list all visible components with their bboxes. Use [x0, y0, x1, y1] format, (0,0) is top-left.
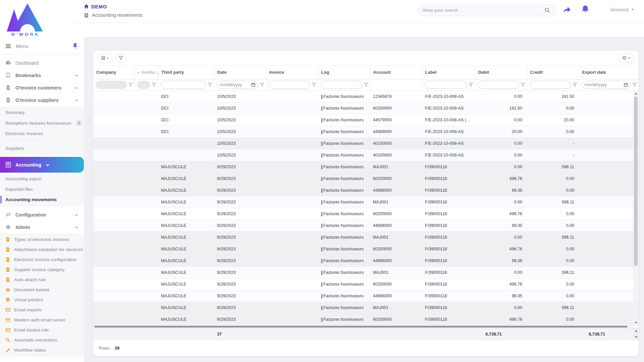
sidebar-item-bookmarks[interactable]: Bookmarks — [0, 69, 84, 81]
table-row[interactable]: MAJUSCULE 9/29/2023 []Factures fournisse… — [93, 231, 639, 243]
filter-log-input[interactable] — [321, 81, 362, 89]
column-chooser-button[interactable]: ▾ — [98, 53, 112, 63]
sidebar-item-workflow-status[interactable]: Workflow status — [0, 345, 84, 355]
filter-institution-input[interactable] — [137, 81, 150, 89]
sidebar-item-summary[interactable]: Summary — [0, 107, 84, 118]
calendar-icon[interactable] — [251, 83, 255, 87]
sidebar-item-dashboard[interactable]: Dashboard — [0, 57, 84, 69]
app-title-row[interactable]: DEMO — [84, 4, 143, 9]
table-row[interactable]: MAJUSCULE 9/29/2023 []Factures fournisse… — [93, 196, 639, 208]
table-row[interactable]: OCI 10/5/2023 []Factures fournisseurs 12… — [93, 90, 639, 102]
filter-date-input[interactable]: mm/dd/yyyy — [217, 81, 258, 89]
funnel-icon[interactable] — [521, 83, 525, 87]
table-row[interactable]: MAJUSCULE 9/29/2023 []Factures fournisse… — [93, 278, 639, 290]
share-icon[interactable] — [562, 5, 572, 15]
sidebar-item-accounting[interactable]: Accounting — [0, 157, 84, 173]
column-header-invoice[interactable]: Invoice — [266, 66, 318, 79]
notifications-bell-icon[interactable] — [581, 4, 591, 14]
sidebar-item-modern-auth-email-server[interactable]: Modern auth email server — [0, 315, 84, 325]
scroll-up-button[interactable] — [633, 91, 638, 96]
column-header-debit[interactable]: Debit — [475, 66, 527, 79]
table-row[interactable]: MAJUSCULE 9/29/2023 []Factures fournisse… — [93, 208, 639, 220]
sidebar-item-electronic-invoices[interactable]: Electronic Invoices — [0, 128, 84, 139]
column-header-log[interactable]: Log — [318, 66, 370, 79]
filter-export-date-input[interactable]: mm/dd/yyyy — [582, 81, 631, 89]
filter-invoice-input[interactable] — [269, 81, 310, 89]
sidebar-item-email-basket-rule[interactable]: Email basket rule — [0, 325, 84, 335]
table-row[interactable]: MAJUSCULE 9/29/2023 []Factures fournisse… — [93, 161, 639, 173]
sidebar-item-receptions[interactable]: Réceptions factures fournisseurs 0 — [0, 118, 84, 128]
footer-scroll-down-button[interactable] — [634, 335, 639, 340]
funnel-icon[interactable] — [208, 83, 212, 87]
funnel-icon[interactable] — [260, 83, 264, 87]
table-row[interactable]: MAJUSCULE 9/29/2023 []Factures fournisse… — [93, 290, 639, 302]
sidebar-item-suppliers[interactable]: Suppliers — [0, 143, 84, 154]
funnel-icon[interactable] — [633, 83, 637, 87]
column-header-account[interactable]: Account — [370, 66, 422, 79]
sidebar-item-types-electronic-invoices[interactable]: Types of electronic invoices — [0, 234, 84, 244]
column-header-institution[interactable]: ▸Institu... — [135, 66, 158, 79]
column-header-company[interactable]: Company — [93, 66, 135, 79]
sidebar-item-supplier-invoice-category[interactable]: Supplier invoice category — [0, 264, 84, 275]
sidebar-item-exported-files[interactable]: Exported files — [0, 184, 84, 194]
sidebar-item-attachment-extraction[interactable]: Attachment extraction for electroni — [0, 244, 84, 254]
filter-button[interactable] — [116, 53, 126, 63]
sidebar-item-auto-attach-rule[interactable]: Auto attach rule — [0, 275, 84, 285]
filter-label-input[interactable] — [425, 81, 467, 89]
table-row[interactable]: MAJUSCULE 9/29/2023 []Factures fournisse… — [93, 243, 639, 255]
sidebar-item-document-basket[interactable]: Document basket — [0, 285, 84, 295]
horizontal-scrollbar-thumb[interactable] — [94, 326, 628, 327]
grid-settings-button[interactable]: ⚙ ▾ — [618, 53, 634, 63]
sidebar-item-oinvoice-suppliers[interactable]: O'Invoice suppliers — [0, 94, 84, 106]
sidebar-item-oinvoice-customers[interactable]: O'Invoice customers — [0, 81, 84, 94]
vertical-scrollbar[interactable] — [633, 91, 638, 325]
filter-credit-input[interactable] — [530, 81, 571, 89]
user-menu[interactable]: dinvoice ▾ — [610, 7, 634, 12]
funnel-icon[interactable] — [364, 83, 368, 87]
sidebar-item-virtual-printers[interactable]: Virtual printers — [0, 295, 84, 305]
table-row[interactable]: MAJUSCULE 9/29/2023 []Factures fournisse… — [93, 220, 639, 231]
table-row[interactable]: OCI 10/5/2023 []Factures fournisseurs 60… — [93, 102, 639, 114]
filter-company-input[interactable] — [96, 81, 127, 89]
filter-debit-input[interactable] — [478, 81, 519, 89]
table-row[interactable]: OCI 10/5/2023 []Factures fournisseurs 44… — [93, 126, 639, 137]
column-header-export-date[interactable]: Export date — [579, 66, 639, 79]
search-icon[interactable] — [544, 7, 550, 13]
table-row[interactable]: 10/5/2023 []Factures fournisseurs 401000… — [93, 137, 639, 149]
sidebar-item-automatic-extractions[interactable]: Automatic extractions — [0, 335, 84, 345]
funnel-icon[interactable] — [128, 83, 132, 87]
table-row[interactable]: MAJUSCULE 9/29/2023 []Factures fournisse… — [93, 255, 639, 266]
footer-mini-scrollbar[interactable] — [633, 328, 638, 340]
scroll-down-button[interactable] — [633, 320, 638, 325]
table-row[interactable]: MAJUSCULE 9/29/2023 []Factures fournisse… — [93, 302, 639, 313]
funnel-icon[interactable] — [573, 83, 577, 87]
calendar-icon[interactable] — [624, 83, 628, 87]
table-row[interactable]: MAJUSCULE 9/29/2023 []Factures fournisse… — [93, 173, 639, 184]
search-input[interactable] — [423, 8, 544, 13]
sidebar-item-accounting-movements[interactable]: Accounting movements — [0, 194, 84, 205]
column-header-date[interactable]: Date — [214, 66, 266, 79]
column-header-label[interactable]: Label — [422, 66, 475, 79]
table-row[interactable]: MAJUSCULE 9/29/2023 []Factures fournisse… — [93, 313, 639, 325]
column-header-credit[interactable]: Credit — [527, 66, 579, 79]
funnel-icon[interactable] — [469, 83, 473, 87]
horizontal-scrollbar[interactable] — [93, 325, 639, 328]
footer-scroll-up-button[interactable] — [634, 328, 639, 333]
table-row[interactable]: MAJUSCULE 9/29/2023 []Factures fournisse… — [93, 266, 639, 278]
filter-third-party-input[interactable] — [161, 81, 206, 89]
column-header-third-party[interactable]: Third party — [158, 66, 214, 79]
pin-icon[interactable] — [72, 43, 78, 49]
table-row[interactable]: MAJUSCULE 9/29/2023 []Factures fournisse… — [93, 184, 639, 196]
sidebar-item-admin[interactable]: Admin — [0, 221, 84, 233]
sidebar-item-accounting-export[interactable]: Accounting export — [0, 174, 84, 184]
sidebar-item-electronic-invoice-configuration[interactable]: Electronic invoice configuration — [0, 254, 84, 264]
expand-column-icon[interactable]: ▸ — [138, 70, 140, 74]
sidebar-item-configuration[interactable]: Configuration — [0, 208, 84, 221]
sidebar-item-email-imports[interactable]: Email imports — [0, 305, 84, 315]
funnel-icon[interactable] — [152, 83, 156, 87]
hamburger-icon[interactable] — [5, 43, 11, 49]
funnel-icon[interactable] — [312, 83, 316, 87]
vertical-scrollbar-thumb[interactable] — [634, 97, 638, 266]
table-row[interactable]: OCI 10/5/2023 []Factures fournisseurs 44… — [93, 114, 639, 126]
table-row[interactable]: 10/5/2023 []Factures fournisseurs 401000… — [93, 149, 639, 161]
